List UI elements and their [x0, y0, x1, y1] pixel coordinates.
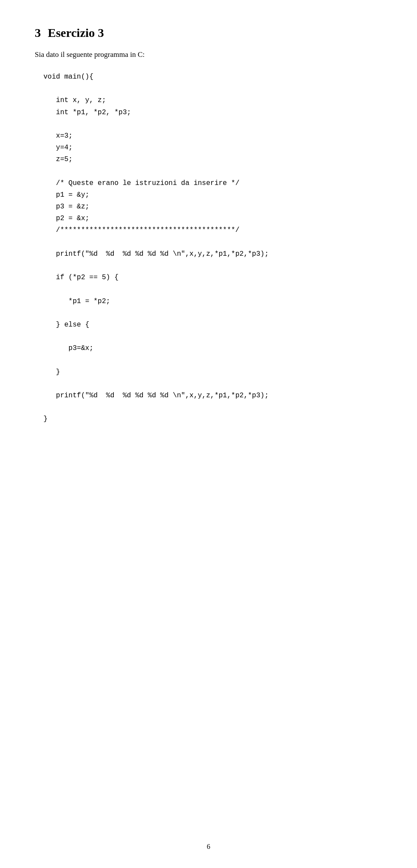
section-number: 3: [35, 26, 41, 40]
section-header: 3 Esercizio 3: [35, 26, 382, 40]
code-block: void main(){ int x, y, z; int *p1, *p2, …: [43, 71, 382, 426]
page-number: 6: [207, 843, 210, 851]
section-title: Esercizio 3: [48, 26, 104, 40]
subtitle: Sia dato il seguente programma in C:: [35, 50, 382, 59]
page-container: 3 Esercizio 3 Sia dato il seguente progr…: [0, 0, 417, 868]
